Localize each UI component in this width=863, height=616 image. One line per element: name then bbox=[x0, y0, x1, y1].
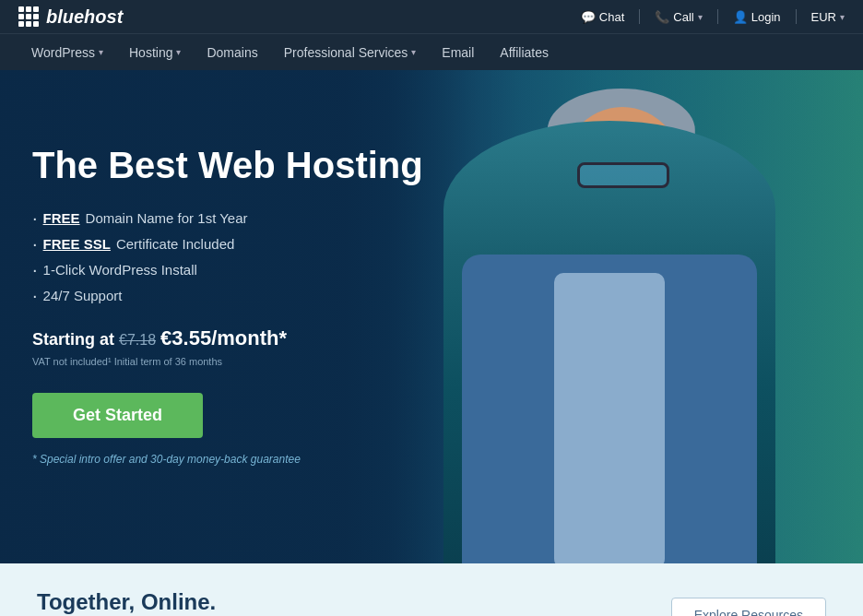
chat-button[interactable]: 💬 Chat bbox=[581, 10, 624, 24]
bottom-text-area: Together, Online. We're here to help you… bbox=[37, 589, 555, 616]
currency-selector[interactable]: EUR ▾ bbox=[811, 10, 845, 24]
bottom-title: Together, Online. bbox=[37, 589, 555, 615]
call-button[interactable]: 📞 Call ▾ bbox=[655, 10, 702, 24]
feature-support-text: 24/7 Support bbox=[43, 288, 123, 303]
logo-grid-icon bbox=[18, 6, 39, 27]
hero-features-list: FREE Domain Name for 1st Year FREE SSL C… bbox=[32, 208, 423, 304]
nav-label-wordpress: WordPress bbox=[31, 45, 95, 60]
divider bbox=[717, 9, 718, 24]
call-icon: 📞 bbox=[655, 10, 669, 24]
explore-resources-button[interactable]: Explore Resources bbox=[671, 598, 826, 616]
currency-label: EUR bbox=[811, 10, 836, 24]
nav-item-professional-services[interactable]: Professional Services ▾ bbox=[271, 34, 430, 71]
nav-item-email[interactable]: Email bbox=[429, 34, 487, 71]
chevron-down-icon: ▾ bbox=[698, 12, 703, 22]
login-button[interactable]: 👤 Login bbox=[733, 10, 781, 24]
get-started-button[interactable]: Get Started bbox=[32, 393, 203, 438]
nav-item-affiliates[interactable]: Affiliates bbox=[487, 34, 562, 71]
pricing-prefix: Starting at bbox=[32, 330, 119, 349]
divider bbox=[639, 9, 640, 24]
feature-item-domain: FREE Domain Name for 1st Year bbox=[32, 208, 423, 227]
nav-item-hosting[interactable]: Hosting ▾ bbox=[116, 34, 194, 71]
nav-label-professional-services: Professional Services bbox=[284, 45, 408, 60]
feature-item-wordpress: 1-Click WordPress Install bbox=[32, 260, 423, 278]
new-price: €3.55/month* bbox=[160, 326, 287, 349]
call-label: Call bbox=[673, 10, 693, 24]
nav-label-domains: Domains bbox=[207, 45, 257, 60]
chat-icon: 💬 bbox=[581, 10, 596, 24]
hero-title: The Best Web Hosting bbox=[32, 144, 423, 186]
logo-area[interactable]: bluehost bbox=[18, 6, 123, 28]
nav-item-wordpress[interactable]: WordPress ▾ bbox=[18, 34, 116, 71]
hero-section: The Best Web Hosting FREE Domain Name fo… bbox=[0, 70, 863, 563]
top-bar: bluehost 💬 Chat 📞 Call ▾ 👤 Login EUR ▾ bbox=[0, 0, 863, 33]
feature-item-ssl: FREE SSL Certificate Included bbox=[32, 234, 423, 253]
bottom-section: Together, Online. We're here to help you… bbox=[0, 563, 863, 616]
nav-item-domains[interactable]: Domains bbox=[194, 34, 270, 71]
nav-label-affiliates: Affiliates bbox=[500, 45, 549, 60]
chevron-down-icon: ▾ bbox=[411, 47, 416, 57]
divider bbox=[796, 9, 797, 24]
feature-item-support: 24/7 Support bbox=[32, 286, 423, 304]
feature-wordpress-text: 1-Click WordPress Install bbox=[43, 262, 197, 278]
old-price: €7.18 bbox=[119, 332, 156, 348]
pricing-note: VAT not included¹ Initial term of 36 mon… bbox=[32, 356, 423, 367]
free-ssl-label: FREE SSL bbox=[43, 236, 111, 252]
nav-label-hosting: Hosting bbox=[129, 45, 172, 60]
free-domain-label: FREE bbox=[43, 210, 80, 226]
promo-note[interactable]: * Special intro offer and 30-day money-b… bbox=[32, 453, 423, 466]
pricing-line: Starting at €7.18 €3.55/month* bbox=[32, 326, 423, 350]
hero-person-image bbox=[384, 70, 835, 563]
chevron-down-icon: ▾ bbox=[99, 47, 103, 57]
user-icon: 👤 bbox=[733, 10, 748, 24]
feature-domain-text: Domain Name for 1st Year bbox=[86, 210, 248, 226]
chevron-down-icon: ▾ bbox=[840, 12, 845, 22]
feature-ssl-text: Certificate Included bbox=[116, 236, 234, 252]
chevron-down-icon: ▾ bbox=[176, 47, 181, 57]
logo-text: bluehost bbox=[46, 6, 123, 28]
login-label: Login bbox=[751, 10, 781, 24]
top-actions: 💬 Chat 📞 Call ▾ 👤 Login EUR ▾ bbox=[581, 9, 845, 24]
chat-label: Chat bbox=[599, 10, 624, 24]
nav-label-email: Email bbox=[442, 45, 474, 60]
nav-bar: WordPress ▾ Hosting ▾ Domains Profession… bbox=[0, 33, 863, 70]
hero-content: The Best Web Hosting FREE Domain Name fo… bbox=[32, 144, 423, 466]
